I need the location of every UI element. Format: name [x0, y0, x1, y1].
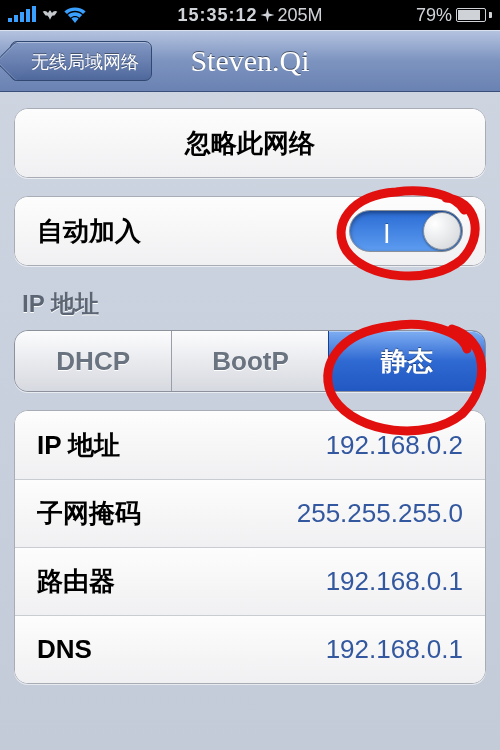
- router-label: 路由器: [37, 564, 115, 599]
- segment-static-label: 静态: [381, 344, 433, 379]
- segment-dhcp[interactable]: DHCP: [15, 331, 171, 391]
- auto-join-toggle[interactable]: |: [349, 210, 463, 252]
- segment-bootp[interactable]: BootP: [171, 331, 328, 391]
- dns-row[interactable]: DNS 192.168.0.1: [15, 615, 485, 683]
- battery-percent: 79%: [416, 5, 452, 26]
- wifi-icon: [64, 7, 86, 23]
- toggle-knob-icon: [423, 212, 461, 250]
- router-value: 192.168.0.1: [326, 566, 463, 597]
- subnet-mask-value: 255.255.255.0: [297, 498, 463, 529]
- status-star-icon: [261, 8, 275, 22]
- ip-address-value: 192.168.0.2: [326, 430, 463, 461]
- ip-section-header: IP 地址: [14, 266, 486, 330]
- status-extra: 205M: [278, 5, 323, 26]
- status-bar: 15:35:12 205M 79%: [0, 0, 500, 30]
- battery-icon: [456, 8, 492, 22]
- status-time: 15:35:12: [177, 5, 257, 26]
- ip-address-label: IP 地址: [37, 428, 120, 463]
- subnet-mask-label: 子网掩码: [37, 496, 141, 531]
- segment-bootp-label: BootP: [212, 346, 289, 377]
- auto-join-label: 自动加入: [37, 214, 141, 249]
- auto-join-row: 自动加入 |: [15, 197, 485, 265]
- back-button[interactable]: 无线局域网络: [10, 41, 152, 81]
- dns-label: DNS: [37, 634, 92, 665]
- dns-value: 192.168.0.1: [326, 634, 463, 665]
- back-button-label: 无线局域网络: [31, 52, 139, 72]
- segment-static[interactable]: 静态: [328, 330, 486, 392]
- forget-network-button[interactable]: 忽略此网络: [15, 109, 485, 177]
- ip-mode-segmented: DHCP BootP 静态: [14, 330, 486, 392]
- forget-network-label: 忽略此网络: [185, 126, 315, 161]
- segment-dhcp-label: DHCP: [56, 346, 130, 377]
- subnet-mask-row[interactable]: 子网掩码 255.255.255.0: [15, 479, 485, 547]
- nav-bar: 无线局域网络 Steven.Qi: [0, 30, 500, 92]
- toggle-on-mark: |: [384, 221, 390, 244]
- router-row[interactable]: 路由器 192.168.0.1: [15, 547, 485, 615]
- signal-bars-icon: [8, 8, 36, 22]
- ip-address-row[interactable]: IP 地址 192.168.0.2: [15, 411, 485, 479]
- carrier-bat-icon: [42, 3, 58, 27]
